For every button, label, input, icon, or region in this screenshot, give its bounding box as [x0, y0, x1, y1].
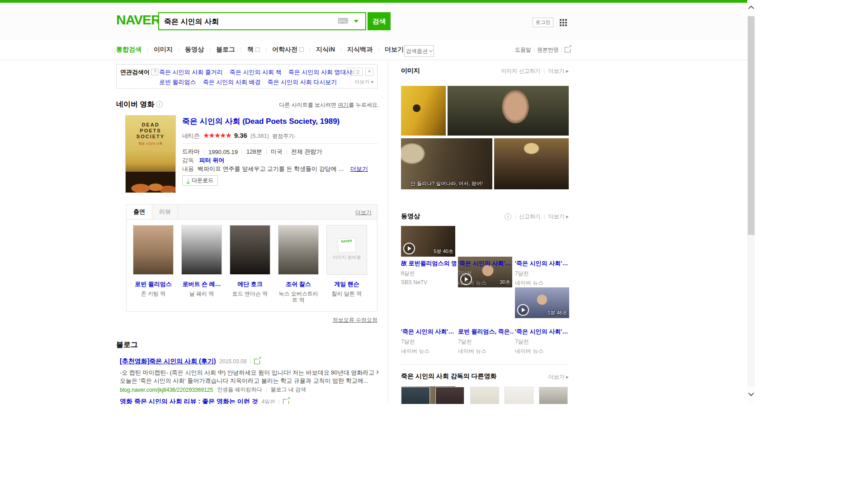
search-options-button[interactable]: 검색옵션: [404, 45, 434, 57]
related-term[interactable]: 죽은 시인의 사회 다시보기: [267, 78, 337, 86]
tab-blog[interactable]: 블로그: [216, 46, 235, 54]
related-terms-row: 죽은 시인의 사회 줄거리 죽은 시인의 사회 책 죽은 시인의 사회 명대사: [159, 68, 352, 76]
video-thumbnail[interactable]: 1분 46초: [515, 287, 569, 318]
blog-url-link[interactable]: blog.naver.com/jkj8436/220293369125: [120, 387, 213, 393]
browser-viewport: NAVER ⌨ 검색 로그인 통합검색 이미지 동영상 블로그 책 어학사전 지…: [0, 0, 755, 404]
cast-name[interactable]: 조쉬 찰스: [278, 280, 319, 288]
login-button[interactable]: 로그인: [533, 18, 553, 27]
related-term[interactable]: 죽은 시인의 사회 줄거리: [159, 68, 223, 76]
tab-review[interactable]: 리뷰: [152, 205, 178, 219]
tab-books[interactable]: 책: [247, 46, 254, 54]
apps-grid-icon[interactable]: [560, 19, 567, 26]
movie-poster-thumbnail[interactable]: [435, 387, 464, 404]
cast-name[interactable]: 로버트 숀 레…: [181, 280, 222, 288]
cast-name[interactable]: 로빈 윌리엄스: [132, 280, 174, 288]
scroll-down-button[interactable]: [747, 387, 755, 404]
info-icon[interactable]: i: [505, 213, 511, 220]
search-in-blog-link[interactable]: 블로그 내 검색: [271, 386, 307, 394]
blog-section-title: 블로그: [116, 340, 138, 350]
other-site-link[interactable]: 여기: [338, 102, 349, 108]
blog-name[interactable]: 인생을 쉐이킹하다: [217, 386, 262, 394]
report-error-link[interactable]: 정보오류 수정요청: [294, 316, 377, 324]
video-thumbnail[interactable]: 5분 40초: [401, 226, 455, 257]
movie-title-link[interactable]: 죽은 시인의 사회 (Dead Poets Society, 1989): [182, 116, 340, 127]
tab-images[interactable]: 이미지: [154, 46, 173, 54]
movie-poster[interactable]: DEAD POETS SOCIETY 죽은 시인의 사회: [125, 115, 176, 193]
tab-videos[interactable]: 동영상: [185, 46, 204, 54]
help-link[interactable]: 도움말: [515, 46, 531, 54]
runtime: 128분: [246, 148, 262, 156]
cast-photo[interactable]: [230, 225, 270, 275]
divider: [401, 364, 569, 365]
external-link-icon[interactable]: [283, 399, 289, 404]
blog-post-link[interactable]: [추천영화]죽은 시인의 사회 (후기): [120, 357, 216, 366]
naver-logo[interactable]: NAVER: [116, 14, 160, 26]
tab-kin[interactable]: 지식iN: [316, 46, 335, 54]
video-title-link[interactable]: '죽은 시인의 사회'…: [458, 259, 513, 267]
play-icon: [517, 304, 529, 316]
cast-role: 녹스 오버스트리트 역: [278, 291, 319, 303]
video-title-link[interactable]: '죽은 시인의 사회'…: [515, 259, 570, 267]
related-term[interactable]: 로빈 윌리엄스: [159, 78, 196, 86]
other-movies-more-link[interactable]: 더보기 ▸: [524, 373, 569, 381]
movie-poster-thumbnail[interactable]: [401, 387, 430, 404]
search-box[interactable]: ⌨: [158, 12, 366, 30]
image-thumbnail[interactable]: [448, 86, 569, 136]
info-icon[interactable]: i: [156, 101, 163, 108]
image-thumbnail[interactable]: [494, 138, 569, 189]
video-duration: 1분 46초: [548, 310, 567, 316]
tab-dictionary[interactable]: 어학사전: [272, 46, 297, 54]
image-thumbnail[interactable]: 안 들리나? 일어나라, 어서, 왔어!: [401, 138, 492, 189]
videos-more-link[interactable]: 더보기 ▸: [548, 213, 569, 221]
director-link[interactable]: 피터 위어: [199, 157, 225, 164]
images-more-link[interactable]: 더보기 ▸: [548, 67, 569, 75]
report-button[interactable]: 신고: [347, 68, 363, 76]
help-badge-icon[interactable]: ?: [151, 69, 158, 75]
cast-name[interactable]: 게일 핸슨: [326, 280, 368, 288]
synopsis-row: 내용 백파이프 연주를 앞세우고 교기를 든 학생들이 강당에 들어서면서 l.…: [182, 165, 379, 173]
tab-cast[interactable]: 출연: [127, 205, 152, 219]
related-term[interactable]: 죽은 시인의 사회 책: [230, 68, 282, 76]
video-title-link[interactable]: '죽은 시인의 사회'…: [401, 328, 456, 336]
video-title-link[interactable]: '죽은 시인의 사회'…: [515, 328, 570, 336]
tab-more[interactable]: 더보기: [385, 46, 404, 54]
download-button[interactable]: ↓ 다운로드: [182, 175, 218, 186]
cast-role: 닐 페리 역: [181, 291, 222, 297]
image-thumbnail[interactable]: [401, 86, 446, 136]
related-term[interactable]: 죽은 시인의 사회 배경: [203, 78, 261, 86]
cast-name[interactable]: 에단 호크: [229, 280, 271, 288]
image-report-link[interactable]: 이미지 신고하기: [501, 67, 540, 75]
search-input[interactable]: [163, 14, 332, 29]
original-view-link[interactable]: 원본반영: [537, 46, 559, 54]
cast-more-link[interactable]: 더보기: [355, 209, 372, 216]
scrollbar-thumb[interactable]: [748, 16, 755, 235]
video-report-link[interactable]: 신고하기: [519, 213, 541, 221]
cast-photo[interactable]: [181, 225, 222, 275]
cast-photo[interactable]: [133, 225, 174, 275]
movie-poster-thumbnail[interactable]: [539, 387, 568, 404]
tab-all[interactable]: 통합검색: [116, 46, 142, 54]
scroll-up-button[interactable]: [747, 0, 755, 15]
video-age: 7달전: [515, 338, 570, 346]
tab-encyclopedia[interactable]: 지식백과: [347, 46, 373, 54]
movie-poster-thumbnail[interactable]: [505, 387, 533, 404]
external-link-icon[interactable]: [565, 47, 571, 52]
keyboard-icon[interactable]: ⌨: [338, 17, 348, 25]
external-link-icon[interactable]: [254, 359, 260, 364]
blog-post-link[interactable]: 영화 죽은 시인의 사회 리뷰 : 좋은 영화는 이런 것: [120, 398, 258, 404]
related-more-link[interactable]: 더보기 ▾: [354, 79, 373, 85]
video-age: 7달전: [515, 270, 570, 277]
movie-poster-thumbnail[interactable]: [470, 387, 499, 404]
cast-card: 로버트 숀 레… 닐 페리 역: [181, 225, 222, 297]
video-title-link[interactable]: 故 로빈윌리엄스의 명…: [401, 259, 456, 267]
rate-link[interactable]: 평점주기›: [272, 132, 295, 140]
related-term[interactable]: 죽은 시인의 사회 명대사: [288, 68, 352, 76]
chevron-down-icon[interactable]: [354, 20, 359, 23]
cast-photo[interactable]: [278, 225, 319, 275]
scrollbar[interactable]: [747, 0, 755, 404]
close-icon[interactable]: ×: [365, 68, 373, 76]
video-title-link[interactable]: 로빈 윌리엄스, 죽은…: [458, 328, 513, 336]
synopsis-more-link[interactable]: 더보기: [350, 165, 368, 173]
search-button[interactable]: 검색: [368, 12, 391, 30]
cast-photo-placeholder[interactable]: NAVER 이미지 준비중: [326, 225, 367, 275]
